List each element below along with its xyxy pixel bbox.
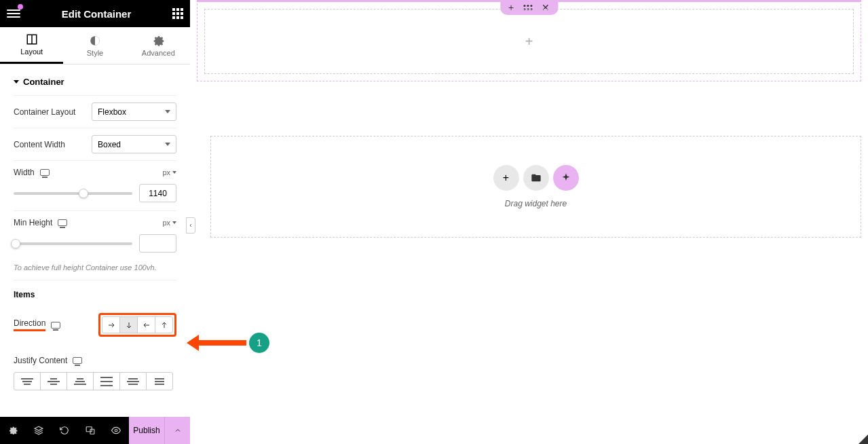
tab-label: Layout [20,48,43,56]
apps-grid-icon[interactable] [172,8,183,19]
sidebar-header: Edit Container [0,0,190,27]
control-width: Width px [14,160,176,184]
chevron-down-icon [165,143,170,146]
control-label: Direction [14,318,60,331]
direction-column-reverse[interactable] [155,316,173,333]
drag-widget-text: Drag widget here [505,199,567,208]
preview-icon[interactable] [103,417,129,444]
ai-button[interactable] [553,165,579,191]
svg-marker-7 [35,426,43,430]
control-label: Content Width [14,140,65,149]
height-help-text: To achieve full height Container use 100… [14,261,176,280]
control-label: Container Layout [14,107,75,117]
collapse-sidebar-button[interactable] [186,217,195,234]
history-icon[interactable] [52,417,77,444]
min-height-input[interactable] [139,234,176,253]
control-content-width: Content Width Boxed [14,128,176,160]
bottom-bar: Publish [0,417,190,444]
min-height-slider[interactable] [14,242,132,245]
direction-highlight [98,313,176,337]
editor-canvas: + ✕ + + Drag widget here [190,0,868,444]
device-icon[interactable] [58,219,67,226]
control-container-layout: Container Layout Flexbox [14,95,176,128]
direction-row-reverse[interactable] [137,316,155,333]
direction-button-group [102,316,173,333]
tab-advanced[interactable]: Advanced [127,27,190,64]
control-label: Width [14,168,50,177]
width-input[interactable] [139,184,176,202]
min-height-label: Min Height [14,218,52,227]
tab-layout[interactable]: Layout [0,27,63,64]
justify-label: Justify Content [14,356,67,365]
container-layout-select[interactable]: Flexbox [92,103,176,121]
control-label: Min Height [14,218,67,227]
publish-button[interactable]: Publish [129,417,164,444]
unit-selector[interactable]: px [162,168,176,177]
folder-button[interactable] [523,165,549,191]
justify-around[interactable] [119,372,147,390]
select-value: Boxed [98,140,121,149]
section-container[interactable]: Container [14,64,176,95]
justify-start[interactable] [14,372,41,390]
widget-buttons: + [493,165,579,191]
select-value: Flexbox [98,107,126,117]
justify-end[interactable] [67,372,94,390]
settings-icon[interactable] [0,417,26,444]
device-icon[interactable] [73,357,82,364]
section-items: Items [14,280,176,306]
plus-icon: + [525,34,533,50]
control-label: Justify Content [14,356,82,365]
tab-style[interactable]: Style [63,27,126,64]
tab-label: Advanced [142,49,175,57]
unit-selector[interactable]: px [162,219,176,227]
justify-evenly[interactable] [146,372,173,390]
layout-icon [26,33,38,45]
justify-center[interactable] [40,372,67,390]
responsive-icon[interactable] [77,417,103,444]
add-widget-button[interactable]: + [493,165,519,191]
hamburger-icon[interactable] [7,7,20,20]
editor-sidebar: Edit Container Layout Style Advanced Con… [0,0,190,444]
gear-icon [152,35,164,47]
layers-icon[interactable] [26,417,52,444]
unit-value: px [162,219,170,227]
publish-options[interactable] [164,417,190,444]
device-icon[interactable] [40,169,50,176]
control-direction: Direction [14,306,176,344]
width-slider[interactable] [14,192,132,195]
container-element[interactable]: + ✕ + [197,0,861,81]
direction-column[interactable] [119,316,138,333]
device-icon[interactable] [51,322,60,329]
section-title: Container [23,77,64,87]
justify-between[interactable] [93,372,120,390]
caret-down-icon [14,80,19,84]
tab-label: Style [87,49,103,57]
chevron-down-icon [165,110,170,113]
min-height-slider-row [14,234,176,261]
unit-value: px [162,168,170,177]
control-min-height: Min Height px [14,210,176,234]
chevron-down-icon [172,171,176,174]
content-width-select[interactable]: Boxed [92,135,176,153]
width-slider-row [14,184,176,210]
panel-tabs: Layout Style Advanced [0,27,190,64]
justify-button-group [14,372,176,404]
control-justify-content: Justify Content [14,344,176,372]
direction-row[interactable] [102,316,120,333]
widget-drop-area[interactable]: + Drag widget here [210,136,861,238]
drop-zone[interactable]: + [204,9,854,74]
svg-point-10 [115,429,117,432]
width-label: Width [14,168,35,177]
chevron-down-icon [172,221,176,224]
resize-corner[interactable] [858,434,868,444]
header-title: Edit Container [20,8,172,20]
style-icon [89,35,101,47]
panel-body: Container Container Layout Flexbox Conte… [0,64,190,417]
direction-label: Direction [14,318,45,331]
